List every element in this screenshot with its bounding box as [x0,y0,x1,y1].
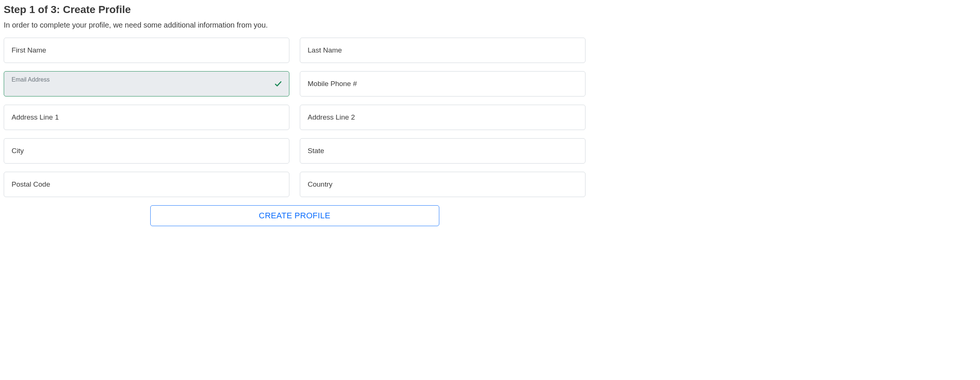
first-name-input[interactable] [4,38,290,63]
email-input[interactable]: Email Address [4,71,290,97]
city-input[interactable] [4,138,290,163]
country-input[interactable] [300,172,585,197]
create-profile-button[interactable]: CREATE PROFILE [150,205,439,226]
page-subtitle: In order to complete your profile, we ne… [4,21,585,29]
email-label: Email Address [11,76,270,83]
mobile-phone-input[interactable] [300,71,585,97]
address-line-1-input[interactable] [4,104,290,130]
last-name-input[interactable] [300,38,585,63]
state-input[interactable] [300,138,585,163]
postal-code-input[interactable] [4,172,290,197]
page-title: Step 1 of 3: Create Profile [4,4,585,16]
address-line-2-input[interactable] [300,104,585,130]
check-icon [274,80,282,88]
